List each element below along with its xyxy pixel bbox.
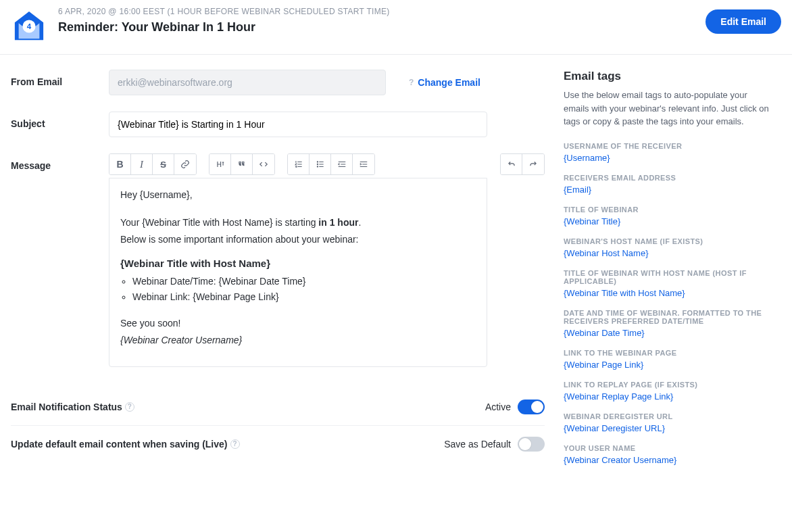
badge-number: 4 <box>27 22 32 30</box>
envelope-badge-icon: 4 <box>11 8 47 45</box>
email-tag: WEBINAR'S HOST NAME (IF EXISTS){Webinar … <box>564 237 773 258</box>
help-icon: ? <box>409 78 414 87</box>
redo-button[interactable] <box>522 154 544 174</box>
email-tag: TITLE OF WEBINAR WITH HOST NAME (HOST IF… <box>564 269 773 298</box>
from-email-label: From Email <box>11 70 109 95</box>
code-button[interactable] <box>253 154 274 174</box>
schedule-timestamp: 6 APR, 2020 @ 16:00 EEST (1 HOUR BEFORE … <box>58 7 390 16</box>
message-editor[interactable]: Hey {Username}, Your {Webinar Title with… <box>109 178 487 367</box>
email-tag-value[interactable]: {Username} <box>564 153 773 163</box>
notification-status-value: Active <box>485 402 511 412</box>
bold-button[interactable]: B <box>109 154 131 174</box>
outdent-button[interactable] <box>331 154 353 174</box>
change-email-link[interactable]: ? Change Email <box>409 77 480 88</box>
email-tag-label: LINK TO THE WEBINAR PAGE <box>564 349 773 357</box>
strike-button[interactable]: S <box>153 154 174 174</box>
email-tag-value[interactable]: {Webinar Title with Host Name} <box>564 288 773 298</box>
email-tag: YOUR USER NAME{Webinar Creator Username} <box>564 444 773 465</box>
email-tag-label: TITLE OF WEBINAR WITH HOST NAME (HOST IF… <box>564 269 773 285</box>
editor-toolbar: B I S <box>109 153 545 175</box>
svg-point-2 <box>317 164 318 164</box>
email-tag-value[interactable]: {Webinar Deregister URL} <box>564 423 773 433</box>
email-tag: USERNAME OF THE RECEIVER{Username} <box>564 142 773 163</box>
svg-point-3 <box>317 166 318 167</box>
heading-button[interactable] <box>209 154 231 174</box>
email-tag: LINK TO THE WEBINAR PAGE{Webinar Page Li… <box>564 349 773 370</box>
email-tags-title: Email tags <box>564 70 773 83</box>
italic-button[interactable]: I <box>131 154 153 174</box>
email-tag-label: YOUR USER NAME <box>564 444 773 452</box>
email-tag-label: LINK TO REPLAY PAGE (IF EXISTS) <box>564 381 773 389</box>
email-tag-label: WEBINAR'S HOST NAME (IF EXISTS) <box>564 237 773 245</box>
help-icon[interactable]: ? <box>125 402 134 412</box>
email-tag-label: USERNAME OF THE RECEIVER <box>564 142 773 150</box>
email-tag-value[interactable]: {Webinar Title} <box>564 216 773 226</box>
email-tag-label: TITLE OF WEBINAR <box>564 205 773 214</box>
save-default-value: Save as Default <box>444 439 511 450</box>
subject-label: Subject <box>11 112 109 137</box>
link-button[interactable] <box>174 154 196 174</box>
bullet-list-button[interactable] <box>310 154 331 174</box>
subject-input[interactable] <box>109 112 487 137</box>
email-tag-value[interactable]: {Webinar Date Time} <box>564 328 773 338</box>
undo-button[interactable] <box>501 154 522 174</box>
edit-email-button[interactable]: Edit Email <box>706 9 781 34</box>
page-title: Reminder: Your Webinar In 1 Hour <box>58 20 390 34</box>
email-tag-label: WEBINAR DEREGISTER URL <box>564 412 773 420</box>
email-tag-value[interactable]: {Webinar Page Link} <box>564 360 773 370</box>
svg-point-1 <box>317 162 318 162</box>
ordered-list-button[interactable] <box>288 154 310 174</box>
email-tag-value[interactable]: {Webinar Replay Page Link} <box>564 391 773 402</box>
notification-status-label: Email Notification Status ? <box>11 402 134 412</box>
email-tag: TITLE OF WEBINAR{Webinar Title} <box>564 205 773 226</box>
email-tag-label: RECEIVERS EMAIL ADDRESS <box>564 174 773 182</box>
email-tag-label: DATE AND TIME OF WEBINAR. FORMATTED TO T… <box>564 309 773 325</box>
help-icon[interactable]: ? <box>230 439 240 449</box>
email-tag: WEBINAR DEREGISTER URL{Webinar Deregiste… <box>564 412 773 433</box>
indent-button[interactable] <box>353 154 374 174</box>
notification-status-toggle[interactable] <box>518 400 545 414</box>
email-tag-value[interactable]: {Webinar Host Name} <box>564 248 773 258</box>
message-label: Message <box>11 153 109 367</box>
save-default-label: Update default email content when saving… <box>11 439 240 450</box>
quote-button[interactable] <box>231 154 253 174</box>
email-tag: LINK TO REPLAY PAGE (IF EXISTS){Webinar … <box>564 381 773 402</box>
msg-greeting: Hey {Username}, <box>120 188 476 202</box>
email-tag: RECEIVERS EMAIL ADDRESS{Email} <box>564 174 773 195</box>
from-email-field: erkki@webinarsoftware.org <box>109 70 386 95</box>
save-default-toggle[interactable] <box>518 437 545 452</box>
email-tag-value[interactable]: {Email} <box>564 185 773 195</box>
email-tag-value[interactable]: {Webinar Creator Username} <box>564 455 773 465</box>
email-tag: DATE AND TIME OF WEBINAR. FORMATTED TO T… <box>564 309 773 338</box>
email-tags-desc: Use the below email tags to auto-populat… <box>564 89 773 128</box>
